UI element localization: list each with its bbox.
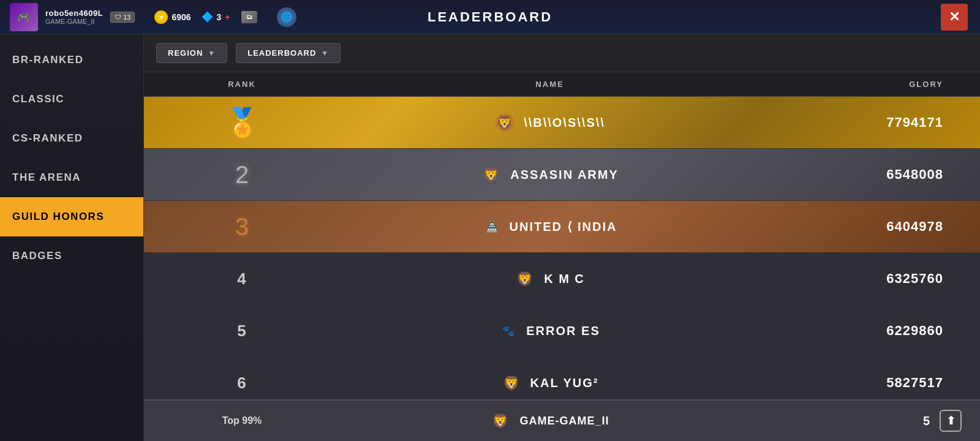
table-row: 4 🦁 K M C 6325760 [144, 253, 980, 305]
glory-value-2: 6548008 [886, 167, 943, 182]
leaderboard-dropdown[interactable]: LEADERBOARD ▼ [236, 43, 341, 63]
close-button[interactable]: ✕ [941, 4, 968, 31]
region-arrow-icon: ▼ [208, 49, 216, 58]
rank-cell-4: 4 [162, 270, 322, 288]
name-cell-6: 🦁 Kal Yug² [322, 372, 778, 393]
sidebar-item-cs-ranked[interactable]: CS-RANKED [0, 119, 143, 158]
glory-cell-2: 6548008 [778, 167, 962, 183]
gems-display: 3 + [202, 12, 230, 23]
bottom-percentile: Top 99% [222, 415, 262, 426]
level-value: 13 [123, 13, 130, 21]
bottom-player-name: GAME-GAME_II [519, 415, 609, 428]
rank-3-icon: 3 [235, 213, 249, 241]
glory-value-1: 7794171 [886, 115, 943, 130]
svg-text:🦁: 🦁 [492, 413, 509, 429]
guild-name-5: ERROR ES [526, 324, 600, 338]
rank-cell-3: 3 [162, 213, 322, 241]
player-name: robo5en4609L [45, 9, 103, 18]
header: 🎮 robo5en4609L GAME-GAME_II 🛡 13 ● 6906 … [0, 0, 980, 34]
main-container: BR-RANKED CLASSIC CS-RANKED THE ARENA GU… [0, 34, 980, 441]
bottom-guild-icon: 🦁 [490, 410, 511, 431]
player-info: robo5en4609L GAME-GAME_II [45, 9, 103, 25]
rank-1-badge: 🏅 [225, 108, 260, 137]
svg-text:🐾: 🐾 [502, 325, 515, 337]
col-glory: GLORY [778, 80, 962, 89]
header-left: 🎮 robo5en4609L GAME-GAME_II 🛡 13 ● 6906 … [10, 3, 296, 31]
glory-value-6: 5827517 [886, 375, 943, 390]
glory-cell-4: 6325760 [778, 271, 962, 287]
table-row: 6 🦁 Kal Yug² 5827517 [144, 357, 980, 399]
name-cell-1: 🦁 \\B\\O\S\\S\\ [322, 112, 778, 133]
rank-cell-6: 6 [162, 374, 322, 393]
voucher-icon: 🗂 [241, 11, 257, 23]
guild-icon-5: 🐾 [499, 322, 518, 340]
guild-name-6: Kal Yug² [530, 376, 599, 390]
glory-cell-5: 6229860 [778, 323, 962, 339]
level-icon: 🛡 [115, 13, 121, 21]
name-cell-2: 🦁 ASSASIN ARMY [322, 164, 778, 185]
col-name: NAME [322, 80, 778, 89]
svg-text:🦁: 🦁 [483, 167, 500, 183]
coins-value: 6906 [172, 12, 190, 22]
sidebar-label-br-ranked: BR-RANKED [12, 54, 83, 66]
bottom-glory-value: 5 [923, 414, 930, 428]
plus-icon: + [225, 12, 230, 22]
sidebar-item-guild-honors[interactable]: GUILD HONORS [0, 197, 143, 236]
sidebar-label-badges: BADGES [12, 250, 62, 262]
rank-5-number: 5 [237, 322, 246, 341]
content-area: REGION ▼ LEADERBOARD ▼ RANK NAME GLORY 🏅 [144, 34, 980, 441]
rank-cell-1: 🏅 [162, 108, 322, 137]
table-row: 5 🐾 ERROR ES 6229860 [144, 305, 980, 357]
svg-text:🦁: 🦁 [516, 271, 533, 287]
table-row: 3 🏯 UNITED ⟨ INDIA 6404978 [144, 201, 980, 253]
region-dropdown[interactable]: REGION ▼ [156, 43, 227, 63]
guild-icon-6: 🦁 [501, 372, 522, 393]
table-row: 2 🦁 ASSASIN ARMY 6548008 [144, 149, 980, 201]
coin-icon: ● [154, 10, 168, 24]
voucher-display: 🗂 [241, 11, 257, 23]
bottom-name-cell: 🦁 GAME-GAME_II [322, 410, 778, 431]
glory-value-3: 6404978 [886, 219, 943, 234]
guild-icon-3: 🏯 [483, 217, 501, 236]
sidebar-label-classic: CLASSIC [12, 93, 64, 105]
bottom-bar: Top 99% 🦁 GAME-GAME_II 5 ⬆ [144, 399, 980, 441]
rank-2-icon: 2 [235, 161, 249, 189]
guild-icon-4: 🦁 [514, 268, 535, 289]
share-button[interactable]: ⬆ [940, 410, 962, 432]
sidebar-item-the-arena[interactable]: THE ARENA [0, 158, 143, 197]
rank-cell-5: 5 [162, 322, 322, 341]
glory-value-4: 6325760 [886, 271, 943, 286]
sidebar: BR-RANKED CLASSIC CS-RANKED THE ARENA GU… [0, 34, 144, 441]
region-label: REGION [168, 48, 203, 58]
bottom-rank: Top 99% [162, 415, 322, 426]
level-badge: 🛡 13 [110, 12, 135, 23]
name-cell-3: 🏯 UNITED ⟨ INDIA [322, 217, 778, 236]
guild-name-2: ASSASIN ARMY [510, 168, 619, 182]
guild-icon-2: 🦁 [481, 164, 502, 185]
sidebar-label-the-arena: THE ARENA [12, 172, 81, 183]
globe-icon[interactable]: 🌐 [277, 7, 296, 27]
guild-name-3: UNITED ⟨ INDIA [510, 219, 617, 234]
glory-cell-6: 5827517 [778, 375, 962, 391]
leaderboard-arrow-icon: ▼ [321, 49, 329, 58]
table-header: RANK NAME GLORY [144, 72, 980, 97]
guild-name-4: K M C [544, 272, 585, 286]
sidebar-item-classic[interactable]: CLASSIC [0, 80, 143, 119]
sidebar-item-br-ranked[interactable]: BR-RANKED [0, 40, 143, 80]
avatar: 🎮 [10, 3, 38, 31]
name-cell-5: 🐾 ERROR ES [322, 322, 778, 340]
guild-icon-1: 🦁 [494, 112, 515, 133]
svg-text:🏯: 🏯 [485, 221, 498, 233]
table-row: 🏅 🦁 \\B\\O\S\\S\\ 7794171 [144, 97, 980, 149]
filter-bar: REGION ▼ LEADERBOARD ▼ [144, 34, 980, 72]
currency-group: ● 6906 3 + 🗂 [154, 10, 257, 24]
gem-icon [202, 12, 213, 23]
coins-display: ● 6906 [154, 10, 190, 24]
leaderboard-label: LEADERBOARD [247, 48, 316, 58]
sidebar-item-badges[interactable]: BADGES [0, 236, 143, 276]
sidebar-label-cs-ranked: CS-RANKED [12, 132, 83, 144]
glory-value-5: 6229860 [886, 323, 943, 338]
glory-cell-1: 7794171 [778, 115, 962, 130]
bottom-glory-cell: 5 ⬆ [778, 410, 962, 432]
col-rank: RANK [162, 80, 322, 89]
